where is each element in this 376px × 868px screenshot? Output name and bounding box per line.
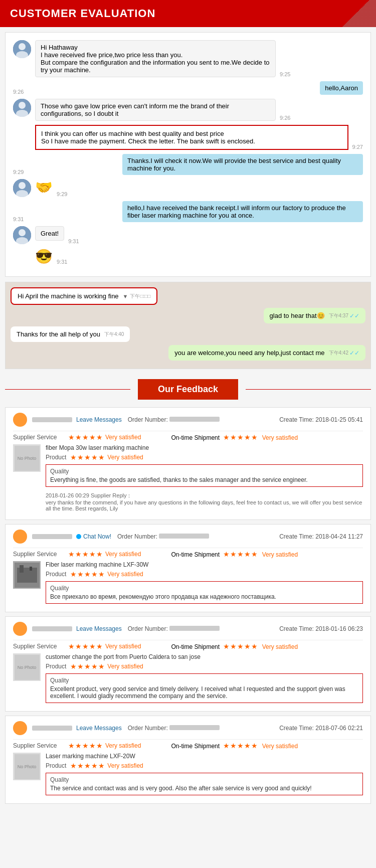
chat-row: 9:31 hello,I have received the bank rece… [13,201,363,222]
product-row: No Photo customer change the port from P… [13,653,363,703]
whatsapp-chat: Hi April the machine is working fine ▼ 下… [11,287,365,364]
product-thumbnail: No Photo [15,754,40,779]
product-details: customer change the port from Puerto Cal… [46,653,363,703]
create-time: Create Time: 2018-07-06 02:21 [279,725,363,732]
quality-box: Quality The service and contact was and … [46,773,363,795]
product-stars: ★★★★★ [70,453,105,461]
product-row: No Photo Laser marking machine LXF-20W P… [13,753,363,795]
order-number-blurred [169,417,220,422]
product-name: customer change the port from Puerto Cal… [46,653,363,660]
supplier-stars: ★★★★★ [68,433,103,441]
svg-point-7 [19,182,26,189]
product-satisfied: Very satisfied [107,663,143,670]
product-details: Fiber laser marking machine LXF-30W Prod… [46,561,363,604]
feedback-title: Our Feedback [138,379,238,400]
whatsapp-row: Hi April the machine is working fine ▼ 下… [11,287,365,305]
supplier-reply: 2018-01-26 00:29 Supplier Reply： very th… [46,490,363,511]
whatsapp-row: you are welcome,you need any help,just c… [11,345,365,361]
product-satisfied: Very satisfied [107,762,143,769]
quality-text: Excellent product, very good service and… [50,685,358,700]
header-decoration [336,0,376,27]
create-time: Create Time: 2018-01-25 05:41 [279,416,363,423]
chat-row: 😎 9:31 [13,248,363,265]
avatar [13,99,31,117]
order-number: Order Number: [128,725,220,732]
ontime-row: On-time Shipment ★★★★★ Very satisfied [171,642,298,650]
quality-label: Quality [50,677,358,684]
product-rating-row: Product ★★★★★ Very satisfied [46,762,363,770]
leave-messages-button[interactable]: Leave Messages [76,416,122,423]
chat-time: 9:27 [352,144,363,150]
product-details: Laser marking machine LXF-20W Product ★★… [46,753,363,795]
leave-messages-button[interactable]: Leave Messages [76,625,122,632]
whatsapp-bubble: you are welcome,you need any help,just c… [168,345,365,361]
chat-text: Hi HathawayI have received five price,tw… [41,44,269,74]
service-row: Supplier Service ★★★★★ Very satisfied On… [13,433,363,441]
whatsapp-time: 下午4:40 [104,331,124,338]
online-dot [76,534,81,539]
buyer-avatar [13,530,27,544]
supplier-stars: ★★★★★ [68,642,103,650]
review-header: Chat Now! Order Number: Create Time: 201… [13,530,363,544]
svg-point-4 [19,102,26,109]
buyer-name-blurred [32,626,72,631]
whatsapp-time: 下午4:37 [329,312,348,319]
whatsapp-check-icon: ✓✓ [349,350,359,357]
whatsapp-status-icon: ▼ [123,293,128,299]
supplier-satisfied: Very satisfied [105,643,141,650]
ontime-satisfied: Very satisfied [262,551,298,558]
chat-text: Great! [41,230,59,237]
whatsapp-bubble-highlighted: Hi April the machine is working fine ▼ 下… [11,287,157,305]
ontime-row: On-time Shipment ★★★★★ Very satisfied [171,433,298,441]
whatsapp-time: 下午4:42 [329,350,348,357]
feedback-header-line [5,389,130,390]
product-rating-row: Product ★★★★★ Very satisfied [46,662,363,670]
chat-bubble: Hi HathawayI have received five price,tw… [35,40,276,77]
ontime-satisfied: Very satisfied [262,434,298,441]
chat-text: Those who gave low price even can't info… [41,102,229,117]
product-image: No Photo [13,444,41,472]
svg-rect-15 [30,567,32,571]
product-row: No Photo fiber Mopa 30w laser marking ma… [13,444,363,511]
quality-label: Quality [50,776,358,783]
chat-emoji: 😎 [35,248,53,265]
leave-messages-button[interactable]: Leave Messages [76,725,122,732]
chat-time: 9:31 [57,259,67,265]
feedback-header-line [246,389,371,390]
chat-row: 9:26 hello,Aaron [13,81,363,95]
whatsapp-row: glad to hear that😊 下午4:37 ✓✓ [11,308,365,323]
review-card-1: Leave Messages Order Number: Create Time… [5,407,371,520]
chat-text: hello,I have received the bank receipt.I… [127,204,346,219]
product-stars: ★★★★★ [70,662,105,670]
service-row: Supplier Service ★★★★★ Very satisfied On… [13,550,363,558]
product-satisfied: Very satisfied [107,454,143,461]
chat-row: I think you can offer us machine with be… [13,125,363,150]
ontime-stars: ★★★★★ [223,550,258,558]
avatar [13,40,31,58]
whatsapp-time: 下午□:□□ [130,293,150,300]
svg-point-1 [19,43,26,50]
chat-bubble: Those who gave low price even can't info… [35,99,276,121]
chat-time: 9:25 [280,71,290,77]
service-label: Supplier Service [13,742,68,749]
chat-bubble-highlighted: I think you can offer us machine with be… [35,125,348,150]
chat-time: 9:31 [13,216,24,222]
whatsapp-check-icon: ✓✓ [349,312,359,319]
quality-text: Все приехало во время, рекомендую этого … [50,593,358,600]
whatsapp-text: Hi April the machine is working fine [18,292,119,300]
product-satisfied: Very satisfied [107,571,143,578]
chat-now-container: Chat Now! [76,533,111,540]
chat-time: 9:26 [13,89,24,95]
supplier-satisfied: Very satisfied [105,551,141,558]
product-thumbnail: No Photo [15,655,40,680]
quality-box: Quality Все приехало во время, рекоменду… [46,581,363,604]
whatsapp-text: you are welcome,you need any help,just c… [174,349,324,357]
product-image [13,561,41,589]
page-header: CUSTOMER EVALUATION [0,0,376,27]
svg-point-10 [19,229,26,236]
supplier-stars: ★★★★★ [68,742,103,750]
review-header: Leave Messages Order Number: Create Time… [13,413,363,427]
service-label: Supplier Service [13,643,68,650]
quality-label: Quality [50,468,358,475]
chat-now-button[interactable]: Chat Now! [83,533,111,540]
